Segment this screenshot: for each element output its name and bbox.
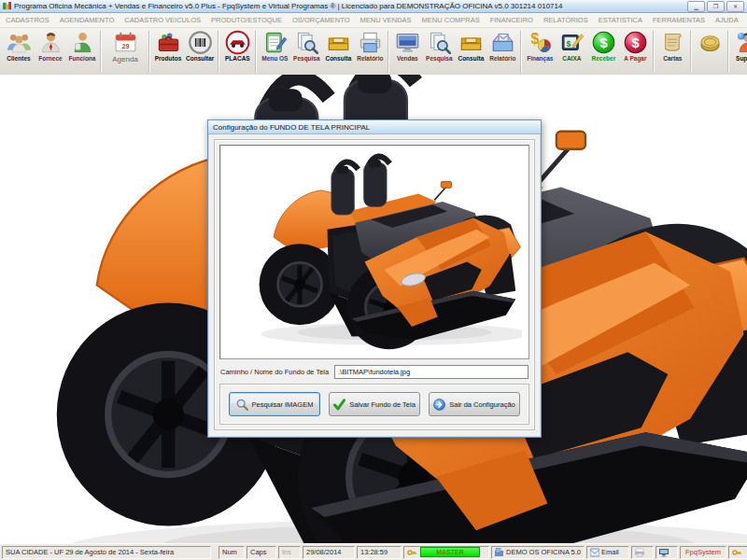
status-num: Num [218,546,245,559]
menu-compras[interactable]: MENU COMPRAS [422,16,480,24]
toolbar-label: Receber [592,55,616,62]
toolbar-pesquisa-os-button[interactable]: Pesquisa [290,28,322,76]
toolbar-financas-button[interactable]: $ Finanças [524,28,556,76]
magnifier-icon [236,399,248,411]
menu-bar: CADASTROS AGENDAMENTO CADASTRO VEICULOS … [0,13,747,28]
minimize-button[interactable]: ▁ [687,1,705,12]
app-window: { "window": { "title": "Programa Oficina… [0,0,747,560]
close-button[interactable]: ✕ [726,1,744,12]
toolbar-produtos-button[interactable]: Produtos [152,28,184,76]
menu-agendamento[interactable]: AGENDAMENTO [60,16,115,24]
button-label: Pesquisar IMAGEM [252,400,314,409]
dialog-title-bar[interactable]: Configuração do FUNDO DE TELA PRINCIPAL [208,120,541,134]
toolbar-consultar-button[interactable]: Consultar [184,28,216,76]
status-time: 13:28:59 [357,546,402,559]
menu-financeiro[interactable]: FINANCEIRO [490,16,533,24]
calendar-icon: 29 [113,30,138,55]
toolbar-a-pagar-button[interactable]: $ A Pagar [619,28,651,76]
toolbar-consulta-os-button[interactable]: Consulta [322,28,354,76]
toolbar-placas-button[interactable]: PLACAS [221,28,253,76]
toolbar-separator [727,31,729,73]
toolbar-label: Funciona [69,55,96,62]
toolbar-relatorio-vendas-button[interactable]: Relatório [486,28,518,76]
status-printer[interactable] [631,546,654,559]
salvar-fundo-button[interactable]: Salvar Fundo de Tela [329,392,420,416]
status-network[interactable] [655,546,678,559]
window-title: Programa Oficina Mecânica + Vendas e Fin… [14,2,687,10]
toolbar-cartas-button[interactable]: Cartas [656,28,688,76]
toolbar-funcionario-button[interactable]: Funciona [66,28,98,76]
dialog-body: Caminho / Nome do Fundo de Tela Pesquisa… [208,134,541,434]
status-key[interactable] [728,546,747,559]
path-label: Caminho / Nome do Fundo de Tela [220,368,334,376]
toolbar-separator [148,31,150,73]
toolbar-separator [653,31,655,73]
menu-ajuda[interactable]: AJUDA [715,16,739,24]
toolbar-relatorio-os-button[interactable]: Relatório [354,28,386,76]
svg-text:29: 29 [121,42,129,50]
toolbar-label: Menu OS [261,55,288,62]
master-user-badge: MASTER [420,547,480,557]
menu-produto-estoque[interactable]: PRODUTO/ESTOQUE [211,16,282,24]
toolbar-menu-os-button[interactable]: Menu OS [259,28,290,76]
path-input[interactable] [334,365,529,379]
toolbar-pesquisa-vendas-button[interactable]: Pesquisa [423,28,455,76]
status-email[interactable]: Email [586,546,629,559]
drawer-icon [326,30,351,55]
restore-button[interactable]: ❐ [707,1,725,12]
toolbar-agenda-button[interactable]: 29 Agenda [104,28,147,76]
menu-vendas[interactable]: MENU VENDAS [360,16,412,24]
menu-cadastro-veiculos[interactable]: CADASTRO VEICULOS [124,16,201,24]
toolbar-clientes-button[interactable]: Clientes [3,28,35,76]
barcode-icon [188,30,213,55]
toolbar-fornecedor-button[interactable]: Fornece [35,28,66,76]
menu-ferramentas[interactable]: FERRAMENTAS [653,16,705,24]
toolbar-moedas-button[interactable] [694,28,726,76]
svg-text:$: $ [530,31,539,47]
button-label: Salvar Fundo de Tela [349,400,416,409]
status-location: SUA CIDADE - UF 29 de Agosto de 2014 - S… [2,546,211,559]
support-icon [735,30,747,55]
cashbook-icon: $ [559,30,585,55]
clipboard-icon [262,30,288,55]
toolbar-suporte-button[interactable]: Suporte [731,28,747,76]
toolbar-label: Finanças [527,55,553,62]
title-bar: Programa Oficina Mecânica + Vendas e Fin… [0,0,747,13]
toolbar-consulta-vendas-button[interactable]: Consulta [455,28,486,76]
drawer-icon [458,30,484,55]
pay-dollar-icon: $ [623,30,648,55]
menu-estatistica[interactable]: ESTATISTICA [599,16,642,24]
toolbar-label: Suporte [736,55,747,62]
svg-text:$: $ [566,39,571,49]
key-icon [407,548,416,557]
printer-icon [358,30,383,55]
svg-text:$: $ [631,35,639,50]
toolbar-label: Cartas [663,55,682,62]
button-label: Sair da Configuração [449,400,514,409]
menu-cadastros[interactable]: CADASTROS [6,16,49,24]
clients-icon [7,30,32,55]
status-ins: Ins [278,546,301,559]
mailbox-icon [490,30,515,55]
supplier-icon [38,30,63,55]
email-book-icon [590,548,599,557]
finance-pie-icon: $ [528,30,553,55]
sair-configuracao-button[interactable]: Sair da Configuração [429,392,520,416]
wallpaper-preview-panel [219,145,529,359]
status-demo: DEMO OS OFICINA 5.0 [491,546,585,559]
receive-dollar-icon: $ [591,30,616,55]
toolbar-vendas-button[interactable]: Vendas [391,28,423,76]
toolbar-label: A Pagar [624,55,646,62]
toolbar-caixa-button[interactable]: $ CAIXA [556,28,587,76]
pesquisar-imagem-button[interactable]: Pesquisar IMAGEM [229,392,320,416]
fundo-tela-dialog: Configuração do FUNDO DE TELA PRINCIPAL … [207,119,542,438]
blue-arrow-icon [433,399,445,411]
monitor-mini-icon [659,548,669,557]
toolbar-label: Consulta [325,55,351,62]
wallpaper-preview-image [227,147,522,357]
menu-relatorios[interactable]: RELATÓRIOS [543,16,588,24]
toolbar-label: Produtos [155,55,182,62]
menu-os-orcamento[interactable]: OS/ORÇAMENTO [292,16,350,24]
toolbar-receber-button[interactable]: $ Receber [587,28,619,76]
toolbar-label: CAIXA [562,55,581,62]
